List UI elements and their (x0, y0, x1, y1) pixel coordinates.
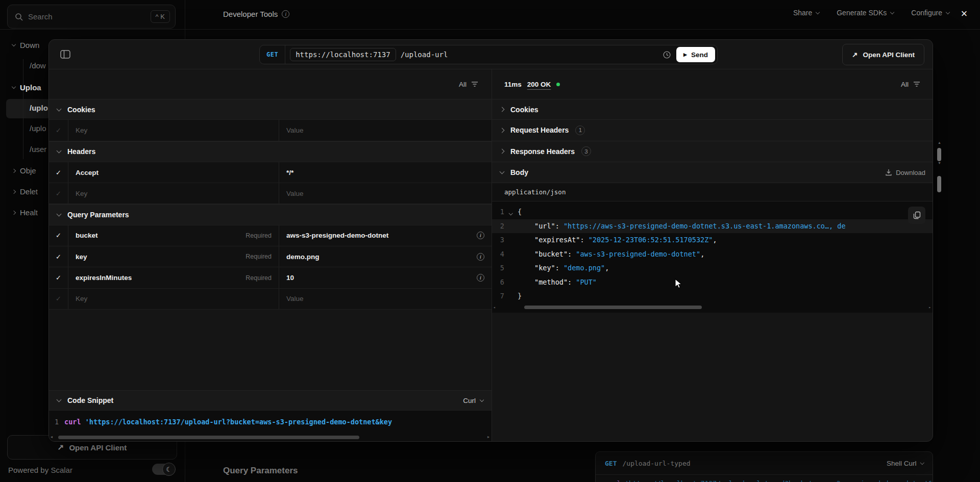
json-line-active: 2"url": "https://aws-s3-presigned-demo-d… (492, 219, 933, 234)
powered-by-scalar[interactable]: Powered by Scalar (8, 466, 72, 474)
scroll-down-icon[interactable]: ▼ (938, 161, 941, 165)
scroll-right-icon[interactable]: ▸ (928, 305, 931, 310)
search-input[interactable] (28, 12, 151, 21)
request-path[interactable]: /upload-url (401, 50, 448, 59)
sidebar-item-label: Healt (20, 208, 38, 217)
topbar-menus: Share Generate SDKs Configure (793, 9, 949, 17)
menu-generate-sdks[interactable]: Generate SDKs (837, 9, 894, 17)
sidebar-item-users[interactable]: /user (30, 145, 46, 154)
sidebar-toggle-icon[interactable] (60, 50, 70, 59)
param-key[interactable]: key (76, 253, 87, 261)
language-selector[interactable]: Shell Curl (887, 460, 923, 467)
snippet-code-area: 1curl 'https://localhost:7137/upload-url… (49, 411, 492, 441)
row-checkbox[interactable]: ✓ (49, 267, 68, 288)
header-value[interactable]: */* (286, 169, 293, 176)
response-section-body[interactable]: Body Download (492, 162, 933, 183)
sidebar-item-upload-url-active[interactable]: /uplo (30, 104, 48, 112)
sidebar-item-upload-group[interactable]: Uploa (12, 83, 41, 92)
server-url-chip[interactable]: https://localhost:7137 (290, 48, 396, 61)
request-filter[interactable]: All (459, 81, 478, 88)
filter-icon (471, 81, 478, 87)
section-query-parameters[interactable]: Query Parameters (49, 204, 492, 225)
section-title: Cookies (67, 106, 95, 114)
menu-generate-sdks-label: Generate SDKs (837, 9, 887, 17)
search-box[interactable]: ^ K (7, 5, 176, 29)
param-value[interactable]: demo.png (286, 253, 320, 261)
scrollbar-thumb[interactable] (937, 176, 941, 192)
count-badge: 3 (581, 146, 591, 156)
row-checkbox[interactable]: ✓ (49, 289, 68, 309)
menu-share-label: Share (793, 9, 812, 17)
param-value[interactable]: 10 (286, 274, 294, 282)
response-section-cookies[interactable]: Cookies (492, 99, 933, 120)
info-icon[interactable]: i (477, 253, 484, 261)
query-row-expires: ✓ expiresInMinutesRequired 10i (49, 267, 492, 288)
scroll-right-icon[interactable]: ▸ (487, 435, 489, 439)
row-checkbox[interactable]: ✓ (49, 225, 68, 246)
section-headers[interactable]: Headers (49, 141, 492, 162)
sidebar-item-download-group[interactable]: Down (12, 41, 39, 49)
code-snippet-block: Code Snippet Curl 1curl 'https://localho… (49, 390, 492, 441)
value-input[interactable]: Value (279, 120, 492, 140)
required-label: Required (246, 232, 272, 239)
json-key: "method" (534, 278, 568, 286)
snippet-language-selector[interactable]: Curl (463, 397, 483, 404)
info-icon[interactable]: i (477, 274, 484, 282)
status-green-dot (556, 83, 560, 86)
copy-button[interactable] (908, 207, 925, 224)
fold-chevron-icon[interactable] (504, 205, 518, 219)
method-badge[interactable]: GET (260, 51, 285, 58)
response-filter[interactable]: All (901, 81, 920, 88)
row-checkbox[interactable]: ✓ (49, 162, 68, 183)
horizontal-scrollbar[interactable] (524, 306, 702, 309)
param-key[interactable]: expiresInMinutes (76, 274, 132, 282)
param-key[interactable]: bucket (76, 232, 98, 239)
info-icon[interactable]: i (477, 232, 484, 239)
section-code-snippet[interactable]: Code Snippet Curl (49, 390, 492, 411)
sidebar-item-upload-url-typed[interactable]: /uplo (30, 124, 46, 133)
key-input[interactable]: Key (68, 289, 279, 309)
chevron-right-icon (12, 189, 16, 193)
response-section-request-headers[interactable]: Request Headers 1 (492, 120, 933, 141)
key-input[interactable]: Key (68, 120, 279, 140)
sidebar-item-label: /uplo (30, 124, 46, 133)
row-checkbox[interactable]: ✓ (49, 246, 68, 267)
open-api-client-button[interactable]: ↗ Open API Client (842, 44, 924, 65)
line-number: 6 (492, 275, 504, 290)
section-title: Query Parameters (67, 211, 129, 219)
address-bar[interactable]: GET https://localhost:7137 /upload-url ▶… (259, 45, 718, 64)
section-cookies[interactable]: Cookies (49, 99, 492, 120)
sidebar-item-health-group[interactable]: Healt (12, 208, 38, 217)
section-title: Headers (67, 147, 95, 156)
chevron-down-icon (920, 461, 924, 465)
json-line: 1{ (492, 205, 933, 219)
menu-configure[interactable]: Configure (911, 9, 949, 17)
horizontal-scrollbar[interactable] (58, 436, 359, 439)
response-section-response-headers[interactable]: Response Headers 3 (492, 141, 933, 162)
send-button[interactable]: ▶ Send (676, 47, 715, 62)
scroll-left-icon[interactable]: ◂ (493, 305, 496, 310)
scrollbar-thumb[interactable] (937, 148, 941, 161)
sidebar-item-delete-group[interactable]: Delet (12, 187, 38, 196)
menu-share[interactable]: Share (793, 9, 819, 17)
close-icon[interactable]: × (958, 8, 971, 21)
json-value: "2025-12-23T06:52:51.5170532Z" (589, 236, 713, 244)
key-input[interactable]: Key (68, 183, 279, 204)
row-checkbox[interactable]: ✓ (49, 120, 68, 140)
scroll-left-icon[interactable]: ◂ (51, 435, 53, 439)
sidebar-item-label: Delet (20, 187, 38, 196)
required-label: Required (246, 253, 272, 260)
download-button[interactable]: Download (885, 169, 925, 176)
row-checkbox[interactable]: ✓ (49, 183, 68, 204)
dark-mode-toggle[interactable]: ☾ (152, 464, 175, 475)
value-input[interactable]: Value (279, 183, 492, 204)
sidebar-item-objects-group[interactable]: Obje (12, 166, 36, 175)
param-value[interactable]: aws-s3-presigned-demo-dotnet (286, 232, 388, 239)
header-key[interactable]: Accept (76, 169, 99, 176)
value-input[interactable]: Value (279, 289, 492, 309)
history-icon[interactable] (663, 50, 671, 59)
scroll-up-icon[interactable]: ▲ (938, 141, 941, 144)
sidebar-item-download-url[interactable]: /dow (30, 61, 46, 70)
sidebar-item-label: Uploa (20, 83, 41, 92)
response-status[interactable]: 200 OK (527, 81, 551, 88)
